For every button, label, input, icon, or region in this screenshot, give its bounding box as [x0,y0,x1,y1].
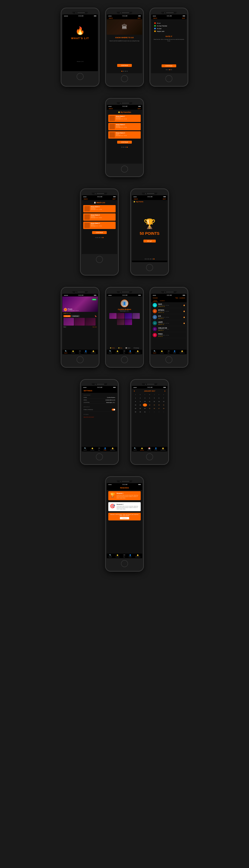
skip-btn-3[interactable]: SKIP [182,18,185,19]
home-button-8[interactable] [121,356,128,363]
cal-day-6[interactable]: 6 [157,397,161,400]
cal-day-24[interactable]: 24 [143,407,147,410]
nav-map-9[interactable]: 🗺 Map [168,350,169,353]
nav-explore-8[interactable]: 🔍 Explore [109,350,112,353]
listing-item-ace[interactable]: AC ACE Washington D.C. • 0.5 mi ★★★ 3.5 … [151,314,187,320]
home-button-7[interactable] [77,356,84,363]
nav-favorites-9[interactable]: ⭐ Favorites [160,350,164,353]
cal-day-23[interactable]: 23 [138,407,142,410]
tab-locations[interactable]: Locations [159,300,165,302]
home-button-2[interactable] [121,75,128,82]
reward-footer-btn[interactable]: Check it! [120,517,129,519]
home-button-5[interactable] [96,256,103,263]
cal-day-15[interactable]: 15 [133,403,138,406]
nav-explore-10[interactable]: 🔍 Explore [84,447,87,451]
cal-day-16[interactable]: 16 [138,403,142,406]
cal-day-28[interactable]: 28 [162,407,166,410]
nav-profile-10[interactable]: 👤 Profile [104,447,106,451]
cal-day-next-3[interactable]: 3 [157,410,161,413]
listing-item-witness[interactable]: WI WITNESS Washington D.C. • 0.3 mi ★★★ … [151,308,187,314]
cal-day-25[interactable]: 25 [147,407,152,410]
nav-profile[interactable]: 👤 Profile [84,350,87,353]
toggle-public-profile[interactable] [112,409,115,410]
bookmark-icon[interactable]: 🔖 [94,315,97,317]
cal-day-29[interactable]: 29 [133,410,138,413]
cal-day-8[interactable]: 8 [133,400,138,403]
nav-favorites[interactable]: ⭐ Favorites [71,350,75,353]
cal-day-10[interactable]: 10 [143,400,147,403]
cal-prev-btn[interactable]: ◄ [133,390,135,392]
nav-map-10[interactable]: 🗺 Map [98,447,100,451]
lets-go-btn[interactable]: let's go! [143,240,156,243]
nav-notifications-8[interactable]: 🔔 Notifications [135,350,140,353]
home-button-9[interactable] [165,356,172,363]
nav-favorites-12[interactable]: ⭐ Favorites [116,554,120,557]
cal-day-9[interactable]: 9 [138,400,142,403]
back-btn-5[interactable]: ‹ BACK [83,198,88,200]
cal-day-5[interactable]: 5 [152,397,156,400]
skip-btn-6[interactable]: SKIP [163,198,166,200]
nav-notifications-9[interactable]: 🔔 Notifications [179,350,185,353]
nav-explore-9[interactable]: 🔍 Explore [153,350,156,353]
nav-notifications-10[interactable]: 🔔 Notifications [110,447,115,451]
back-btn-6[interactable]: ‹ BACK [133,198,138,200]
cal-day-27[interactable]: 27 [157,407,161,410]
nav-explore-12[interactable]: 🔍 Explore [109,554,112,557]
home-button-1[interactable] [77,73,84,80]
cal-day-1[interactable]: 1 [133,397,138,400]
cal-next-btn[interactable]: ► [164,390,166,392]
cal-day-30[interactable]: 30 [138,410,142,413]
cal-day-11[interactable]: 11 [147,400,152,403]
home-button-11[interactable] [146,453,153,460]
venue-see-more[interactable]: See more [92,327,97,328]
nav-profile-12[interactable]: 👤 Profile [129,554,132,557]
nav-map-12[interactable]: 🗺 Map [123,554,125,557]
nav-favorites-11[interactable]: ⭐ Favorites [140,447,144,451]
nav-notifications-12[interactable]: 🔔 Notifications [135,554,140,557]
cal-day-19[interactable]: 19 [152,403,156,406]
continue-btn-3[interactable]: CONTINUE [162,64,176,67]
nav-profile-9[interactable]: 👤 Profile [173,350,176,353]
nav-explore-11[interactable]: 🔍 Explore [133,447,137,451]
home-button-6[interactable] [146,264,153,271]
skip-btn-2[interactable]: SKIP [138,18,141,19]
cal-day-next-1[interactable]: 1 [147,410,152,413]
nav-notifications[interactable]: 🔔 Notifications [91,350,96,353]
cal-day-2[interactable]: 2 [138,397,142,400]
listing-item-liquid[interactable]: LQ LIQUID Washington D.C. • 0.7 mi ★★★ 3… [151,320,187,326]
nav-profile-11[interactable]: 👤 Profile [155,447,157,451]
locations-label[interactable]: Locations [179,297,185,299]
cal-day-20[interactable]: 20 [157,403,161,406]
cal-day-next-4[interactable]: 4 [162,410,166,413]
skip-btn-4[interactable]: SKIP [138,108,141,109]
cal-day-7[interactable]: 7 [162,397,166,400]
nav-profile-8[interactable]: 👤 Profile [129,350,132,353]
nav-favorites-8[interactable]: ⭐ Favorites [116,350,120,353]
cal-day-13[interactable]: 13 [157,400,161,403]
listing-item-aqua[interactable]: AQ AQUA Washington D.C. • 0.1 mi ★★★★ 4.… [151,302,187,308]
cal-day-26[interactable]: 26 [152,407,156,410]
nav-explore[interactable]: 🔍 Explore [64,350,67,353]
cal-day-22[interactable]: 22 [133,407,138,410]
cal-day-next-2[interactable]: 2 [152,410,156,413]
cal-day-18[interactable]: 18 [147,403,152,406]
tab-trends[interactable]: Trends [153,300,158,302]
cal-day-4[interactable]: 4 [147,397,152,400]
continue-btn-4[interactable]: CONTINUE [117,141,132,144]
listing-item-chellie[interactable]: CV CHELLIE VUE Washington D.C. • 1.0 mi … [151,326,187,332]
skip-btn-5[interactable]: SKIP [113,198,116,200]
nav-favorites-10[interactable]: ⭐ Favorites [90,447,94,451]
cal-day-17[interactable]: 17 [143,403,147,406]
delete-account-btn[interactable]: DELETE ACCOUNT [84,416,115,418]
add-review-btn[interactable]: + Add Review [71,315,80,317]
continue-btn-5[interactable]: CONTINUE [92,231,107,234]
cal-day-14[interactable]: 14 [162,400,166,403]
cal-day-12[interactable]: 12 [152,400,156,403]
nav-map-8[interactable]: 🗺 Map [123,350,125,353]
listing-item-princi[interactable]: PR PRINCI Washington D.C. • 1.2 mi ★★ 2.… [151,332,187,338]
nav-map[interactable]: 🗺 Map [79,350,81,353]
home-button-12[interactable] [121,560,128,567]
nav-notifications-11[interactable]: 🔔 Notifications [160,447,166,451]
cal-day-21[interactable]: 21 [162,403,166,406]
follow-btn[interactable]: + FOLLOW [63,315,71,317]
